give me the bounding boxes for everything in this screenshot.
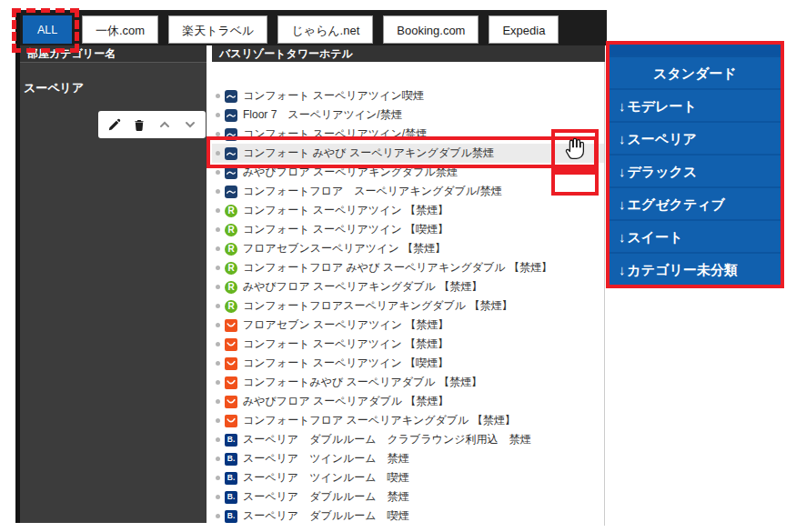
room-row[interactable]: コンフォート みやび スーペリアキングダブル禁煙 bbox=[212, 144, 604, 163]
room-name-label: みやびフロア スーペリアキングダブル 【禁煙】 bbox=[243, 279, 482, 295]
room-row[interactable]: コンフォート スーペリアツイン喫煙 bbox=[212, 86, 604, 105]
jalan-site-icon bbox=[225, 396, 237, 408]
bullet-icon bbox=[216, 94, 220, 98]
menu-item-category[interactable]: ↓モデレート bbox=[610, 88, 781, 121]
delete-button[interactable] bbox=[129, 115, 149, 135]
room-row[interactable]: コンフォートフロア スーペリアキングダブル/禁煙 bbox=[212, 182, 604, 201]
move-up-button[interactable] bbox=[155, 115, 175, 135]
room-row[interactable]: コンフォートフロア スーペリアキングダブル 【禁煙】 bbox=[212, 411, 604, 430]
trash-icon bbox=[133, 118, 146, 132]
room-name-label: スーペリア ダブルルーム 禁煙 bbox=[243, 489, 409, 505]
room-name-label: コンフォート スーペリアツイン 【喫煙】 bbox=[243, 222, 448, 237]
room-row[interactable]: Rコンフォート スーペリアツイン 【喫煙】 bbox=[212, 220, 604, 239]
bullet-icon bbox=[216, 151, 220, 156]
bullet-icon bbox=[216, 323, 220, 327]
category-drop-menu: スタンダード↓モデレート↓スーペリア↓デラックス↓エグゼクティブ↓スイート↓カテ… bbox=[606, 41, 784, 288]
room-name-label: コンフォート スーペリアツイン/禁煙 bbox=[243, 126, 427, 142]
tab-ikkyu[interactable]: 一休.com bbox=[82, 15, 158, 44]
down-arrow-icon: ↓ bbox=[619, 98, 626, 114]
jalan-site-icon bbox=[225, 338, 237, 351]
room-name-label: コンフォート スーペリアツイン 【禁煙】 bbox=[243, 203, 448, 218]
tab-expedia[interactable]: Expedia bbox=[489, 15, 559, 44]
bullet-icon bbox=[216, 457, 220, 461]
room-row[interactable]: Rみやびフロア スーペリアキングダブル 【禁煙】 bbox=[212, 277, 604, 296]
booking-site-icon: B. bbox=[225, 453, 237, 466]
room-name-label: コンフォートフロア スーペリアキングダブル/禁煙 bbox=[243, 184, 501, 199]
down-arrow-icon: ↓ bbox=[619, 262, 626, 277]
room-row[interactable]: コンフォート スーペリアツイン/禁煙 bbox=[212, 125, 604, 144]
room-row[interactable]: B.スーペリア ダブルルーム クラブラウンジ利用込 禁煙 bbox=[212, 430, 604, 449]
room-row[interactable]: みやびフロア スーペリアキングダブル禁煙 bbox=[212, 163, 604, 182]
booking-site-icon: B. bbox=[225, 472, 237, 485]
room-name-label: フロアセブンスーペリアツイン 【禁煙】 bbox=[243, 241, 446, 256]
tab-all[interactable]: ALL bbox=[23, 15, 72, 44]
room-name-label: スーペリア ツインルーム 喫煙 bbox=[243, 470, 409, 486]
room-row[interactable]: B.スーペリア ツインルーム 喫煙 bbox=[212, 468, 604, 487]
hand-cursor-icon bbox=[564, 136, 588, 165]
bullet-icon bbox=[216, 304, 220, 308]
category-side-panel: スーペリア bbox=[20, 62, 207, 523]
room-row[interactable]: B.スーペリア ダブルルーム 禁煙 bbox=[212, 487, 604, 507]
bullet-icon bbox=[216, 514, 220, 518]
room-name-label: みやびフロア スーペリアキングダブル禁煙 bbox=[243, 165, 458, 180]
room-row[interactable]: Rコンフォート スーペリアツイン 【禁煙】 bbox=[212, 201, 604, 220]
booking-site-icon: B. bbox=[225, 510, 237, 523]
bullet-icon bbox=[216, 189, 220, 194]
left-panel-header: 部屋カテゴリー名 bbox=[20, 45, 207, 62]
room-row[interactable]: コンフォートみやび スーペリアダブル 【禁煙】 bbox=[212, 373, 604, 392]
menu-item-label: カテゴリー未分類 bbox=[628, 262, 738, 277]
menu-item-category[interactable]: ↓エグゼクティブ bbox=[610, 186, 781, 219]
menu-item-category[interactable]: ↓スーペリア bbox=[610, 121, 781, 154]
bullet-icon bbox=[216, 132, 220, 136]
room-row[interactable]: フロアセブン スーペリアツイン 【禁煙】 bbox=[212, 316, 604, 335]
bullet-icon bbox=[216, 361, 220, 366]
move-down-button[interactable] bbox=[180, 115, 200, 135]
rakuten-site-icon: R bbox=[225, 224, 237, 236]
tab-booking[interactable]: Booking.com bbox=[383, 15, 479, 44]
menu-item-category[interactable]: ↓デラックス bbox=[610, 154, 781, 186]
tab-bar: ALL一休.com楽天トラベルじゃらん.netBooking.comExpedi… bbox=[23, 15, 559, 44]
bullet-icon bbox=[216, 246, 220, 251]
room-name-label: Floor 7 スーペリアツイン/禁煙 bbox=[243, 107, 402, 123]
rakuten-site-icon: R bbox=[225, 262, 237, 275]
room-row[interactable]: B.スーペリア ツインルーム 禁煙 bbox=[212, 449, 604, 468]
room-name-label: コンフォートフロア スーペリアキングダブル 【禁煙】 bbox=[243, 413, 516, 428]
booking-site-icon: B. bbox=[225, 491, 237, 504]
menu-item-category[interactable]: スタンダード bbox=[610, 55, 781, 88]
bullet-icon bbox=[216, 495, 220, 499]
chevron-down-icon bbox=[185, 119, 196, 130]
room-row[interactable]: コンフォート スーペリアツイン 【喫煙】 bbox=[212, 354, 604, 373]
bullet-icon bbox=[216, 113, 220, 117]
ikkyu-site-icon bbox=[225, 147, 237, 160]
room-row[interactable]: みやびフロア スーペリアダブル 【禁煙】 bbox=[212, 392, 604, 411]
rakuten-site-icon: R bbox=[225, 205, 237, 217]
down-arrow-icon: ↓ bbox=[619, 196, 626, 212]
edit-button[interactable] bbox=[104, 115, 124, 135]
room-row[interactable]: コンフォート スーペリアツイン 【禁煙】 bbox=[212, 335, 604, 354]
room-row[interactable]: Rフロアセブンスーペリアツイン 【禁煙】 bbox=[212, 239, 604, 258]
bullet-icon bbox=[216, 342, 220, 346]
room-name-label: コンフォート スーペリアツイン喫煙 bbox=[243, 88, 424, 104]
menu-item-label: デラックス bbox=[628, 164, 698, 179]
jalan-site-icon bbox=[225, 415, 237, 427]
room-name-label: スーペリア ツインルーム 禁煙 bbox=[243, 451, 409, 467]
ikkyu-site-icon bbox=[225, 128, 237, 141]
category-toolbar bbox=[98, 111, 206, 138]
hotel-name-header: バスリゾートタワーホテル bbox=[212, 45, 605, 62]
tab-jalan[interactable]: じゃらん.net bbox=[277, 15, 373, 44]
tab-rakuten[interactable]: 楽天トラベル bbox=[168, 15, 267, 44]
room-name-label: コンフォート スーペリアツイン 【禁煙】 bbox=[243, 336, 448, 352]
menu-item-label: スタンダード bbox=[653, 65, 737, 81]
bullet-icon bbox=[216, 476, 220, 480]
room-name-label: コンフォート スーペリアツイン 【喫煙】 bbox=[243, 356, 448, 371]
menu-item-label: スーペリア bbox=[628, 131, 697, 146]
bullet-icon bbox=[216, 170, 220, 175]
room-row[interactable]: Rコンフォートフロア みやび スーペリアキングダブル 【禁煙】 bbox=[212, 258, 604, 277]
room-row[interactable]: Rコンフォートフロアスーペリアキングダブル 【禁煙】 bbox=[212, 296, 604, 316]
menu-item-category[interactable]: ↓カテゴリー未分類 bbox=[610, 252, 781, 285]
rakuten-site-icon: R bbox=[225, 281, 237, 294]
menu-item-category[interactable]: ↓スイート bbox=[610, 219, 781, 252]
room-row[interactable]: Floor 7 スーペリアツイン/禁煙 bbox=[212, 105, 604, 125]
booking-site-icon: B. bbox=[225, 434, 237, 447]
room-row[interactable]: B.スーペリア ダブルルーム 喫煙 bbox=[212, 507, 604, 526]
